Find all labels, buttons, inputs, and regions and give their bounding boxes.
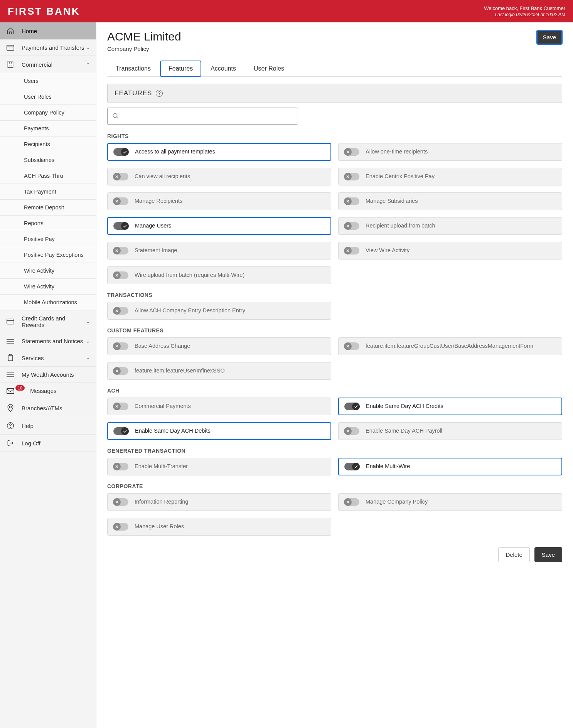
- feature-toggle[interactable]: [344, 463, 360, 470]
- save-button-top[interactable]: Save: [537, 30, 562, 44]
- feature-row[interactable]: Enable Same Day ACH Credits: [338, 398, 562, 415]
- sidebar-item-statements[interactable]: Statements and Notices ⌄: [0, 333, 96, 349]
- sidebar-sub-item[interactable]: Reports: [0, 216, 96, 231]
- sidebar-item-help[interactable]: Help: [0, 417, 96, 435]
- sidebar-sub-item[interactable]: User Roles: [0, 89, 96, 105]
- feature-toggle[interactable]: [113, 173, 128, 180]
- footer-actions: Delete Save: [107, 547, 562, 562]
- feature-row[interactable]: Manage Users: [107, 217, 331, 235]
- feature-row[interactable]: Can view all recipients: [107, 168, 331, 185]
- feature-row[interactable]: Manage Company Policy: [338, 493, 562, 511]
- feature-row[interactable]: Manage Subsidiaries: [338, 192, 562, 210]
- feature-row[interactable]: Recipient upload from batch: [338, 217, 562, 235]
- page-subtitle: Company Policy: [107, 46, 181, 52]
- sidebar-label: Statements and Notices: [22, 338, 86, 344]
- feature-row[interactable]: Wire upload from batch (requires Multi-W…: [107, 266, 331, 284]
- feature-toggle[interactable]: [113, 342, 128, 350]
- feature-row[interactable]: Manage User Roles: [107, 518, 331, 536]
- sidebar-label: Messages: [30, 388, 90, 394]
- feature-toggle[interactable]: [344, 148, 359, 156]
- search-box[interactable]: [107, 108, 298, 125]
- feature-toggle[interactable]: [113, 197, 128, 205]
- feature-toggle[interactable]: [344, 342, 359, 350]
- sidebar-sub-item[interactable]: Mobile Authorizations: [0, 295, 96, 310]
- feature-toggle[interactable]: [113, 523, 128, 531]
- feature-toggle[interactable]: [113, 367, 128, 375]
- sidebar-item-home[interactable]: Home: [0, 22, 96, 40]
- sidebar-sub-item[interactable]: Positive Pay: [0, 231, 96, 247]
- tab-transactions[interactable]: Transactions: [107, 61, 159, 77]
- feature-row[interactable]: feature.item.featureGroupCustUser/BaseAd…: [338, 337, 562, 355]
- feature-grid: Allow ACH Company Entry Description Entr…: [107, 302, 562, 320]
- feature-row[interactable]: Allow one-time recipients: [338, 143, 562, 161]
- feature-row[interactable]: Enable Centrix Positive Pay: [338, 168, 562, 185]
- feature-toggle[interactable]: [344, 222, 359, 230]
- sidebar-item-services[interactable]: Services ⌄: [0, 349, 96, 367]
- sidebar-item-branches[interactable]: Branches/ATMs: [0, 399, 96, 417]
- feature-row[interactable]: Base Address Change: [107, 337, 331, 355]
- sidebar-sub-item[interactable]: Tax Payment: [0, 184, 96, 200]
- feature-toggle[interactable]: [113, 498, 128, 506]
- delete-button[interactable]: Delete: [498, 547, 529, 562]
- feature-toggle[interactable]: [113, 148, 129, 156]
- feature-toggle[interactable]: [344, 403, 360, 410]
- sidebar-sub-item[interactable]: Remote Deposit: [0, 200, 96, 216]
- sidebar-sub-item[interactable]: Wire Activity: [0, 279, 96, 295]
- svg-line-25: [116, 117, 118, 118]
- sidebar-sub-item[interactable]: Wire Activity: [0, 263, 96, 279]
- feature-toggle[interactable]: [344, 197, 359, 205]
- feature-grid: Access to all payment templatesAllow one…: [107, 143, 562, 284]
- feature-toggle[interactable]: [113, 271, 128, 279]
- feature-toggle[interactable]: [344, 427, 359, 435]
- sidebar-label: Wire Activity: [24, 268, 90, 274]
- feature-toggle[interactable]: [113, 427, 129, 435]
- feature-label: Enable Centrix Positive Pay: [366, 173, 556, 180]
- feature-row[interactable]: Manage Recipients: [107, 192, 331, 210]
- sidebar-item-payments-transfers[interactable]: Payments and Transfers ⌄: [0, 40, 96, 56]
- feature-row[interactable]: View Wire Activity: [338, 242, 562, 260]
- sidebar-sub-item[interactable]: Subsidiaries: [0, 152, 96, 168]
- feature-row[interactable]: Access to all payment templates: [107, 143, 331, 161]
- feature-row[interactable]: Allow ACH Company Entry Description Entr…: [107, 302, 331, 320]
- feature-row[interactable]: Information Reporting: [107, 493, 331, 511]
- sidebar-sub-item[interactable]: ACH Pass-Thru: [0, 168, 96, 184]
- feature-row[interactable]: Enable Multi-Transfer: [107, 458, 331, 475]
- tab-accounts[interactable]: Accounts: [202, 61, 244, 77]
- sidebar-item-credit-cards[interactable]: Credit Cards and Rewards ⌄: [0, 310, 96, 333]
- sidebar-item-my-wealth[interactable]: My Wealth Accounts: [0, 367, 96, 383]
- sidebar-sub-item[interactable]: Company Policy: [0, 105, 96, 121]
- sidebar-label: Tax Payment: [24, 189, 90, 195]
- sidebar-sub-item[interactable]: Recipients: [0, 136, 96, 152]
- save-button[interactable]: Save: [534, 547, 562, 562]
- search-input[interactable]: [123, 113, 293, 120]
- sidebar-label: Remote Deposit: [24, 204, 90, 211]
- sidebar-sub-item[interactable]: Payments: [0, 121, 96, 136]
- sidebar-item-logoff[interactable]: Log Off: [0, 435, 96, 452]
- feature-row[interactable]: Enable Same Day ACH Debits: [107, 422, 331, 440]
- feature-toggle[interactable]: [113, 222, 129, 230]
- feature-label: Access to all payment templates: [135, 148, 325, 156]
- tab-user-roles[interactable]: User Roles: [245, 61, 293, 77]
- feature-toggle[interactable]: [113, 403, 128, 410]
- feature-row[interactable]: Enable Multi-Wire: [338, 458, 562, 475]
- sidebar-sub-item[interactable]: Positive Pay Exceptions: [0, 247, 96, 263]
- sidebar-item-commercial[interactable]: Commercial ⌃: [0, 56, 96, 73]
- feature-toggle[interactable]: [344, 173, 359, 180]
- feature-grid: Commercial PaymentsEnable Same Day ACH C…: [107, 398, 562, 440]
- feature-toggle[interactable]: [113, 247, 128, 254]
- feature-toggle[interactable]: [344, 498, 359, 506]
- feature-toggle[interactable]: [113, 307, 128, 315]
- sidebar-item-messages[interactable]: 10 Messages: [0, 383, 96, 399]
- feature-row[interactable]: feature.item.featureUser/InfinexSSO: [107, 362, 331, 380]
- feature-label: Information Reporting: [135, 498, 325, 506]
- feature-row[interactable]: Enable Same Day ACH Payroll: [338, 422, 562, 440]
- feature-toggle[interactable]: [344, 247, 359, 254]
- help-tooltip-icon[interactable]: ?: [156, 90, 163, 97]
- sidebar-label: Branches/ATMs: [22, 405, 90, 411]
- sidebar-sub-item[interactable]: Users: [0, 73, 96, 89]
- feature-row[interactable]: Commercial Payments: [107, 398, 331, 415]
- tab-features[interactable]: Features: [160, 61, 201, 77]
- feature-toggle[interactable]: [113, 463, 128, 470]
- feature-label: Manage Recipients: [135, 197, 325, 205]
- feature-row[interactable]: Statement Image: [107, 242, 331, 260]
